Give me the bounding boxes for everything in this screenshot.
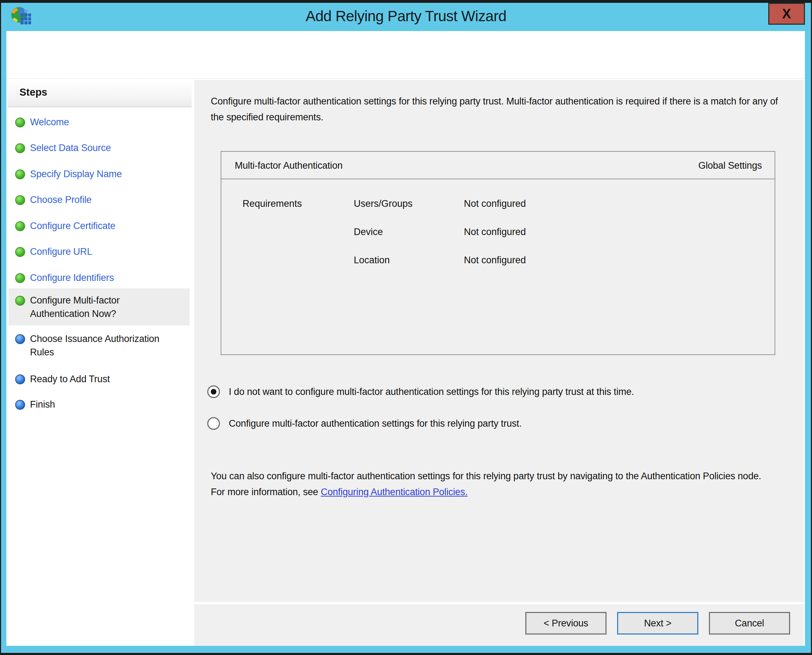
mfa-row-value: Not configured <box>464 226 526 237</box>
step-label: Finish <box>30 398 168 411</box>
step-label: Configure Multi-factor Authentication No… <box>30 294 168 320</box>
mfa-radio-option-1[interactable]: I do not want to configure multi-factor … <box>207 385 634 398</box>
steps-heading: Steps <box>19 86 47 98</box>
footnote-text: You can also configure multi-factor auth… <box>211 468 776 500</box>
mfa-radio-option-2[interactable]: Configure multi-factor authentication se… <box>207 417 522 430</box>
step-label: Configure URL <box>30 245 168 258</box>
sidebar-step-ready-to-add-trust: Ready to Add Trust <box>15 372 168 386</box>
footnote-period: . <box>465 487 467 497</box>
previous-button[interactable]: < Previous <box>525 612 607 635</box>
mfa-box-title: Multi-factor Authentication <box>235 160 342 171</box>
step-pending-dot-icon <box>15 374 25 384</box>
mfa-box-header: Multi-factor Authentication Global Setti… <box>221 152 775 179</box>
sidebar-step-configure-url[interactable]: Configure URL <box>15 245 168 258</box>
step-done-dot-icon <box>15 117 25 128</box>
global-settings-label: Global Settings <box>698 160 762 171</box>
mfa-row-value: Not configured <box>464 255 526 266</box>
step-label: Configure Identifiers <box>30 271 168 284</box>
step-label: Configure Certificate <box>30 219 168 232</box>
sidebar-step-configure-certificate[interactable]: Configure Certificate <box>15 219 168 232</box>
sidebar-step-select-data-source[interactable]: Select Data Source <box>15 141 168 155</box>
sidebar-step-welcome[interactable]: Welcome <box>15 115 168 129</box>
step-label: Choose Issuance Authorization Rules <box>30 332 168 359</box>
footnote-before: You can also configure multi-factor auth… <box>211 471 761 497</box>
window-title: Add Relying Party Trust Wizard <box>0 8 812 25</box>
mfa-row-name: Device <box>354 226 383 237</box>
configuring-authentication-policies-link[interactable]: Configuring Authentication Policies <box>320 487 465 497</box>
mfa-row-location: LocationNot configured <box>221 255 775 269</box>
step-done-dot-icon <box>15 169 25 179</box>
sidebar-step-choose-issuance-authorization-rules: Choose Issuance Authorization Rules <box>15 332 168 359</box>
radio-unselected-icon[interactable] <box>207 417 220 430</box>
step-label: Choose Profile <box>30 193 168 206</box>
sidebar-step-choose-profile[interactable]: Choose Profile <box>15 193 168 206</box>
mfa-row-device: DeviceNot configured <box>221 226 775 241</box>
wizard-window: Add Relying Party Trust Wizard X Steps W… <box>0 0 812 655</box>
step-pending-dot-icon <box>15 334 25 344</box>
intro-text: Configure multi-factor authentication se… <box>211 94 784 125</box>
sidebar-step-configure-multi-factor-authentication-now: Configure Multi-factor Authentication No… <box>15 294 168 320</box>
step-label: Specify Display Name <box>30 167 168 181</box>
sidebar-step-configure-identifiers[interactable]: Configure Identifiers <box>15 271 168 284</box>
step-done-dot-icon <box>15 195 25 205</box>
step-done-dot-icon <box>15 296 25 306</box>
mfa-row-name: Users/Groups <box>354 198 413 209</box>
mfa-row-users-groups: Users/GroupsNot configured <box>221 198 775 212</box>
step-done-dot-icon <box>15 273 25 283</box>
mfa-settings-box: Multi-factor Authentication Global Setti… <box>221 151 775 355</box>
mfa-row-value: Not configured <box>464 198 526 209</box>
sidebar-step-specify-display-name[interactable]: Specify Display Name <box>15 167 168 181</box>
radio-option-label: Configure multi-factor authentication se… <box>229 418 522 429</box>
step-label: Select Data Source <box>30 141 168 155</box>
close-button[interactable]: X <box>768 3 805 25</box>
step-done-dot-icon <box>15 143 25 153</box>
step-done-dot-icon <box>15 247 25 257</box>
next-button[interactable]: Next > <box>617 612 698 635</box>
step-done-dot-icon <box>15 221 25 231</box>
sidebar-step-finish: Finish <box>15 398 168 411</box>
step-pending-dot-icon <box>15 400 25 410</box>
radio-option-label: I do not want to configure multi-factor … <box>229 386 634 397</box>
step-label: Welcome <box>30 115 168 129</box>
step-label: Ready to Add Trust <box>30 372 168 386</box>
mfa-row-name: Location <box>354 255 390 266</box>
radio-selected-icon[interactable] <box>207 385 220 398</box>
cancel-button[interactable]: Cancel <box>709 612 790 635</box>
steps-header: Steps <box>8 79 192 107</box>
